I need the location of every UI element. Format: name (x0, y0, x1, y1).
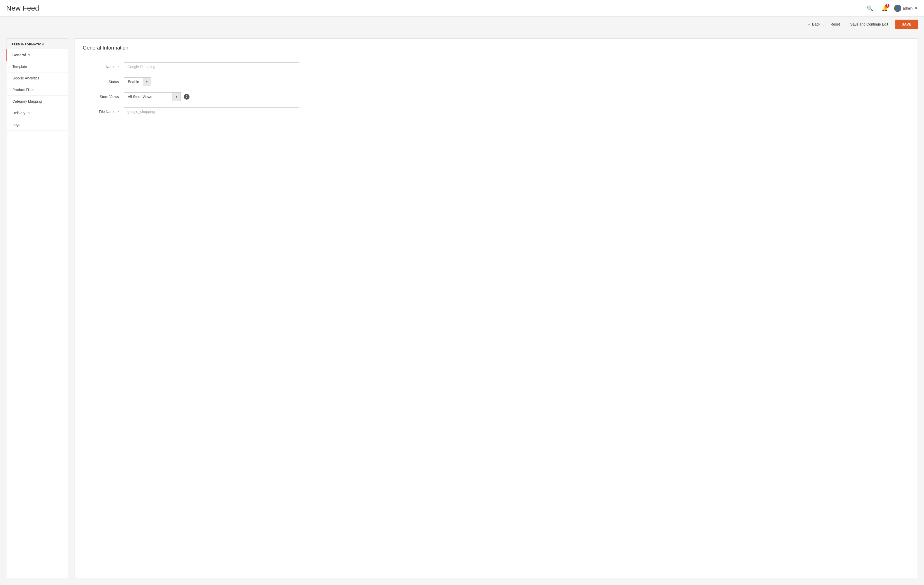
file-name-input[interactable] (124, 107, 299, 116)
toolbar: ← Back Reset Save and Continue Edit Save (0, 17, 924, 32)
file-name-field-row: File Name * (83, 107, 909, 116)
status-select-group[interactable]: Enable ▼ (124, 78, 151, 86)
store-views-field-row: Store Views All Store Views ▼ ? (83, 93, 909, 101)
save-label: Save (902, 22, 912, 26)
sidebar-template-label: Template (12, 64, 27, 69)
save-continue-label: Save and Continue Edit (850, 22, 888, 26)
status-value: Enable (124, 78, 143, 86)
sidebar-product-filter-label: Product Filter (12, 88, 34, 92)
user-menu-button[interactable]: 👤 admin ▼ (894, 5, 918, 12)
edit-icon: ✎ (28, 53, 30, 57)
sidebar-item-logs[interactable]: Logs (7, 119, 68, 131)
status-field-row: Status Enable ▼ (83, 78, 909, 86)
store-views-dropdown-arrow[interactable]: ▼ (172, 93, 180, 101)
name-field-row: Name * (83, 63, 909, 71)
user-label: admin (903, 6, 912, 10)
sidebar-item-category-mapping[interactable]: Category Mapping (7, 96, 68, 107)
sidebar-item-product-filter[interactable]: Product Filter (7, 84, 68, 96)
sidebar: FEED INFORMATION General ✎ Template Goog… (6, 38, 68, 578)
back-arrow-icon: ← (807, 22, 810, 26)
section-title: General Information (83, 45, 909, 51)
notification-badge: 2 (885, 3, 889, 8)
status-label: Status (83, 80, 124, 84)
search-button[interactable]: 🔍 (865, 3, 875, 13)
file-name-required-star: * (117, 110, 119, 114)
content-area: FEED INFORMATION General ✎ Template Goog… (0, 32, 924, 584)
name-input[interactable] (124, 63, 299, 71)
store-views-wrapper: All Store Views ▼ ? (124, 93, 190, 101)
sidebar-section-title: FEED INFORMATION (7, 39, 68, 49)
sidebar-item-template[interactable]: Template (7, 61, 68, 73)
back-button[interactable]: ← Back (804, 20, 823, 28)
sidebar-item-delivery[interactable]: Delivery ✎ (7, 107, 68, 119)
store-views-select[interactable]: All Store Views ▼ (124, 93, 181, 101)
save-continue-button[interactable]: Save and Continue Edit (847, 20, 891, 28)
delivery-edit-icon: ✎ (28, 111, 30, 115)
sidebar-general-label: General (12, 53, 26, 57)
user-chevron-icon: ▼ (914, 6, 918, 10)
sidebar-logs-label: Logs (12, 122, 20, 127)
page-title: New Feed (6, 4, 39, 12)
sidebar-category-mapping-label: Category Mapping (12, 99, 42, 103)
status-dropdown-arrow[interactable]: ▼ (143, 78, 151, 86)
store-views-help-icon[interactable]: ? (184, 94, 190, 99)
back-label: Back (812, 22, 820, 26)
search-icon: 🔍 (867, 5, 873, 11)
sidebar-item-general[interactable]: General ✎ (7, 49, 68, 61)
name-required-star: * (117, 65, 119, 69)
name-label: Name * (83, 65, 124, 69)
reset-label: Reset (830, 22, 840, 26)
notification-button[interactable]: 🔔 2 (879, 3, 890, 13)
header-actions: 🔍 🔔 2 👤 admin ▼ (865, 3, 918, 13)
store-views-value: All Store Views (124, 93, 172, 101)
main-content: General Information Name * Status Enable… (74, 38, 918, 578)
file-name-label: File Name * (83, 110, 124, 114)
user-avatar: 👤 (894, 5, 901, 12)
save-button[interactable]: Save (895, 20, 918, 29)
store-views-label: Store Views (83, 95, 124, 99)
sidebar-delivery-label: Delivery (12, 111, 26, 115)
reset-button[interactable]: Reset (827, 20, 843, 28)
sidebar-item-google-analytics[interactable]: Google Analytics (7, 73, 68, 84)
section-divider (83, 55, 909, 55)
status-wrapper: Enable ▼ (124, 78, 151, 86)
header: New Feed 🔍 🔔 2 👤 admin ▼ (0, 0, 924, 17)
sidebar-google-analytics-label: Google Analytics (12, 76, 39, 80)
